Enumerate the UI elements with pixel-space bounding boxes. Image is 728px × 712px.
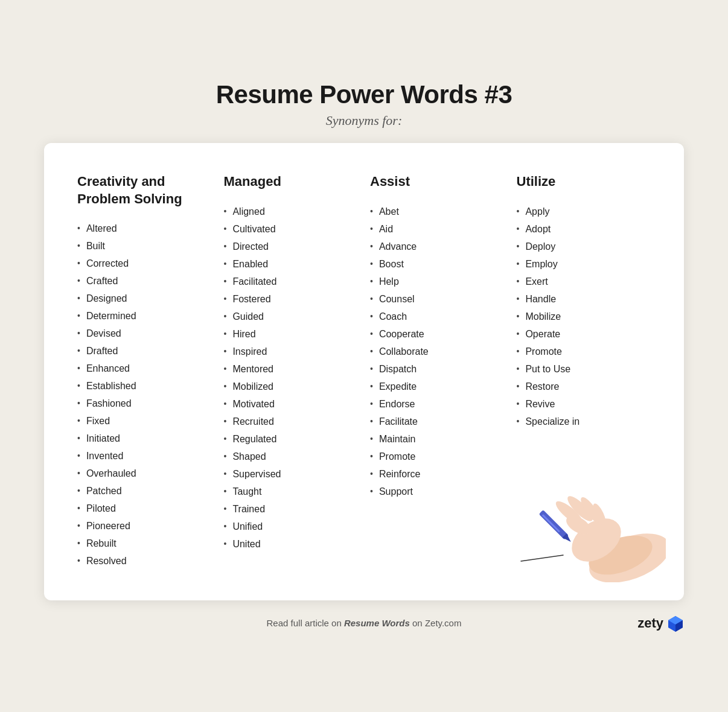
svg-line-11 — [521, 555, 563, 561]
page-wrapper: Resume Power Words #3 Synonyms for: Crea… — [32, 80, 696, 631]
hand-illustration — [509, 462, 666, 582]
list-item: Enhanced — [77, 360, 212, 378]
word-list-assist: Abet Aid Advance Boost Help Counsel Coac… — [370, 203, 505, 500]
list-item: Enabled — [224, 255, 359, 273]
list-item: Fashioned — [77, 395, 212, 413]
list-item: Restore — [517, 378, 651, 395]
list-item: Established — [77, 378, 212, 395]
footer-section: Read full article on Resume Words on Zet… — [44, 615, 684, 632]
list-item: Mentored — [224, 360, 359, 378]
list-item: Dispatch — [370, 360, 505, 378]
list-item: Initiated — [77, 430, 212, 448]
list-item: Drafted — [77, 343, 212, 360]
zety-cube-icon — [667, 615, 684, 632]
column-header-utilize: Utilize — [517, 173, 651, 191]
list-item: Promote — [370, 448, 505, 465]
list-item: Patched — [77, 483, 212, 500]
list-item: Cooperate — [370, 325, 505, 343]
list-item: Revive — [517, 395, 651, 413]
list-item: Coach — [370, 308, 505, 325]
header-section: Resume Power Words #3 Synonyms for: — [216, 80, 512, 129]
list-item: Rebuilt — [77, 535, 212, 553]
list-item: Designed — [77, 290, 212, 308]
footer-link-text: Resume Words — [344, 618, 410, 628]
word-list-managed: Aligned Cultivated Directed Enabled Faci… — [224, 203, 359, 553]
footer-text: Read full article on Resume Words on Zet… — [257, 618, 470, 628]
list-item: Exert — [517, 273, 651, 290]
list-item: Cultivated — [224, 220, 359, 238]
list-item: Taught — [224, 483, 359, 500]
list-item: Expedite — [370, 378, 505, 395]
svg-rect-10 — [542, 514, 560, 532]
list-item: Deploy — [517, 238, 651, 255]
list-item: Mobilized — [224, 378, 359, 395]
list-item: Put to Use — [517, 360, 651, 378]
list-item: Trained — [224, 500, 359, 518]
list-item: Aligned — [224, 203, 359, 220]
list-item: Collaborate — [370, 343, 505, 360]
list-item: Specialize in — [517, 413, 651, 430]
list-item: Piloted — [77, 500, 212, 518]
content-card: Creativity andProblem Solving Altered Bu… — [44, 143, 684, 600]
list-item: Invented — [77, 448, 212, 465]
zety-logo: zety — [637, 615, 684, 632]
list-item: Devised — [77, 325, 212, 343]
list-item: Overhauled — [77, 465, 212, 483]
list-item: Guided — [224, 308, 359, 325]
list-item: Counsel — [370, 290, 505, 308]
list-item: Resolved — [77, 553, 212, 570]
list-item: Handle — [517, 290, 651, 308]
list-item: Adopt — [517, 220, 651, 238]
hand-svg — [509, 462, 666, 582]
list-item: Hired — [224, 325, 359, 343]
list-item: Support — [370, 483, 505, 500]
list-item: Motivated — [224, 395, 359, 413]
list-item: Operate — [517, 325, 651, 343]
column-managed: Managed Aligned Cultivated Directed Enab… — [224, 173, 371, 570]
list-item: Recruited — [224, 413, 359, 430]
list-item: Altered — [77, 220, 212, 238]
list-item: Determined — [77, 308, 212, 325]
word-list-utilize: Apply Adopt Deploy Employ Exert Handle M… — [517, 203, 651, 430]
list-item: Boost — [370, 255, 505, 273]
list-item: Pioneered — [77, 518, 212, 535]
list-item: Facilitated — [224, 273, 359, 290]
word-list-creativity: Altered Built Corrected Crafted Designed… — [77, 220, 212, 570]
list-item: Maintain — [370, 430, 505, 448]
column-header-assist: Assist — [370, 173, 505, 191]
list-item: Help — [370, 273, 505, 290]
list-item: Endorse — [370, 395, 505, 413]
list-item: Apply — [517, 203, 651, 220]
list-item: Directed — [224, 238, 359, 255]
list-item: Unified — [224, 518, 359, 535]
list-item: Abet — [370, 203, 505, 220]
list-item: Fostered — [224, 290, 359, 308]
list-item: Built — [77, 238, 212, 255]
list-item: Regulated — [224, 430, 359, 448]
list-item: Supervised — [224, 465, 359, 483]
page-title: Resume Power Words #3 — [216, 80, 512, 109]
list-item: Aid — [370, 220, 505, 238]
list-item: Reinforce — [370, 465, 505, 483]
list-item: Inspired — [224, 343, 359, 360]
list-item: Advance — [370, 238, 505, 255]
column-creativity: Creativity andProblem Solving Altered Bu… — [77, 173, 224, 570]
list-item: Employ — [517, 255, 651, 273]
column-assist: Assist Abet Aid Advance Boost Help Couns… — [370, 173, 517, 570]
list-item: Facilitate — [370, 413, 505, 430]
column-header-creativity: Creativity andProblem Solving — [77, 173, 212, 208]
list-item: Crafted — [77, 273, 212, 290]
list-item: Corrected — [77, 255, 212, 273]
list-item: Promote — [517, 343, 651, 360]
column-header-managed: Managed — [224, 173, 359, 191]
zety-label: zety — [637, 615, 663, 631]
list-item: United — [224, 535, 359, 553]
list-item: Fixed — [77, 413, 212, 430]
page-subtitle: Synonyms for: — [216, 113, 512, 129]
list-item: Mobilize — [517, 308, 651, 325]
list-item: Shaped — [224, 448, 359, 465]
